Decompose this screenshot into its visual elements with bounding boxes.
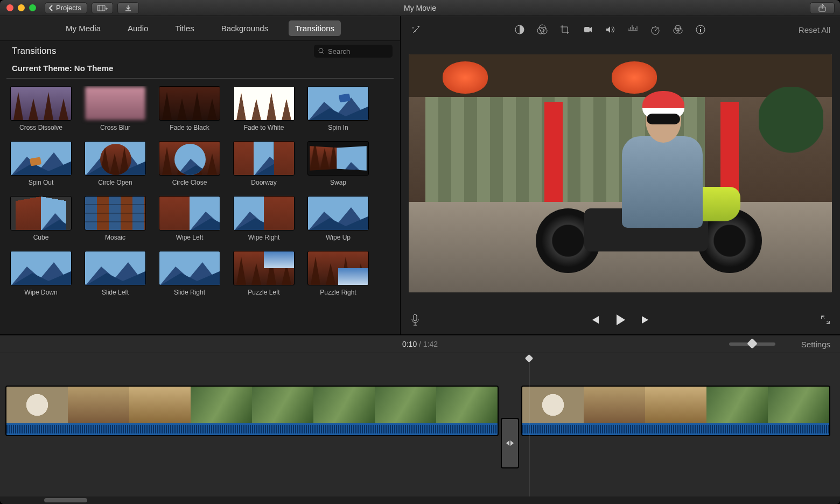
divider [6,78,394,79]
transition-wipe-up[interactable]: Wipe Up [307,196,369,241]
info-button[interactable] [695,24,706,36]
transition-indicator[interactable] [501,418,519,468]
transition-thumb [233,251,295,285]
transition-slide-right[interactable]: Slide Right [158,251,221,296]
transition-thumb [233,141,295,176]
transition-cube[interactable]: Cube [10,196,72,241]
maximize-window-button[interactable] [29,4,36,11]
noise-reduction-button[interactable] [627,24,639,36]
transition-thumb [10,196,72,230]
transition-label: Wipe Up [326,234,351,241]
transition-fade-to-black[interactable]: Fade to Black [158,86,221,131]
svg-rect-32 [414,314,417,321]
transition-thumb [233,86,295,121]
timeline[interactable] [0,353,840,504]
timeline-scrollbar[interactable] [0,496,840,504]
transition-thumb [159,251,220,285]
transition-thumb [307,196,369,230]
voiceover-button[interactable] [410,314,420,327]
transition-thumb [233,196,295,230]
search-icon [318,48,325,54]
transitions-grid: Cross DissolveCross BlurFade to BlackFad… [0,86,400,334]
magic-wand-button[interactable] [410,24,422,36]
transition-thumb [307,251,369,285]
video-effects-button[interactable] [672,24,684,36]
transition-label: Wipe Right [248,234,280,241]
titlebar: Projects My Movie [0,0,840,16]
transition-puzzle-right[interactable]: Puzzle Right [307,251,369,296]
color-balance-button[interactable] [514,24,526,36]
playhead[interactable] [529,355,529,504]
transition-label: Circle Close [172,179,207,186]
tab-transitions[interactable]: Transitions [289,20,341,36]
transition-slide-left[interactable]: Slide Left [84,251,146,296]
traffic-lights [0,4,43,11]
fullscreen-button[interactable] [821,315,830,326]
transition-cross-dissolve[interactable]: Cross Dissolve [10,86,72,131]
transition-thumb [307,141,369,176]
svg-point-30 [700,27,701,28]
transition-spin-in[interactable]: Spin In [307,86,369,131]
import-media-button[interactable] [92,2,113,14]
video-preview[interactable] [409,54,832,292]
transition-circle-open[interactable]: Circle Open [84,141,146,186]
transition-swap[interactable]: Swap [307,141,369,186]
tab-titles[interactable]: Titles [169,20,200,36]
transition-circle-close[interactable]: Circle Close [158,141,221,186]
tab-backgrounds[interactable]: Backgrounds [215,20,275,36]
projects-back-button[interactable]: Projects [45,2,87,14]
transition-wipe-down[interactable]: Wipe Down [10,251,72,296]
reset-all-button[interactable]: Reset All [799,25,830,34]
transition-doorway[interactable]: Doorway [233,141,295,186]
color-correction-button[interactable] [536,24,548,36]
browser-tabs: My Media Audio Titles Backgrounds Transi… [0,16,400,41]
transition-label: Fade to White [244,124,284,131]
transition-thumb [10,251,72,285]
minimize-window-button[interactable] [18,4,25,11]
share-button[interactable] [810,2,835,14]
transition-label: Circle Open [98,179,132,186]
transition-thumb [10,86,72,121]
transition-label: Spin In [328,124,348,131]
tab-audio[interactable]: Audio [121,20,155,36]
timeline-settings-button[interactable]: Settings [801,340,830,349]
svg-point-4 [319,48,323,53]
play-button[interactable] [614,313,626,328]
transition-wipe-right[interactable]: Wipe Right [233,196,295,241]
svg-rect-23 [584,27,590,32]
crop-button[interactable] [559,24,571,36]
timeline-clip-2[interactable] [521,386,830,436]
transition-thumb [85,141,146,176]
transition-thumb [159,196,220,230]
svg-rect-0 [97,5,105,11]
total-duration: 1:42 [423,340,438,348]
prev-clip-button[interactable] [590,315,600,326]
transition-thumb [159,86,220,121]
projects-label: Projects [56,4,81,12]
transition-mosaic[interactable]: Mosaic [84,196,146,241]
transition-spin-out[interactable]: Spin Out [10,141,72,186]
next-clip-button[interactable] [640,315,651,326]
close-window-button[interactable] [6,4,13,11]
transition-fade-to-white[interactable]: Fade to White [233,86,295,131]
panel-title: Transitions [12,46,57,57]
download-button[interactable] [117,2,139,14]
transition-label: Fade to Black [170,124,209,131]
search-input[interactable]: Search [314,45,393,58]
transition-puzzle-left[interactable]: Puzzle Left [233,251,295,296]
transition-label: Cross Blur [100,124,130,131]
volume-button[interactable] [604,24,616,36]
transition-label: Cross Dissolve [19,124,62,131]
transition-thumb [307,86,369,121]
tab-my-media[interactable]: My Media [59,20,107,36]
speed-button[interactable] [649,24,661,36]
transition-cross-blur[interactable]: Cross Blur [84,86,146,131]
current-theme: Current Theme: No Theme [0,61,400,78]
transition-label: Doorway [251,179,276,186]
timeline-clip-1[interactable] [5,386,499,436]
transition-wipe-left[interactable]: Wipe Left [158,196,221,241]
transition-thumb [85,196,146,230]
stabilization-button[interactable] [582,24,593,36]
timeline-zoom-slider[interactable] [729,342,775,346]
transition-label: Puzzle Left [248,289,279,296]
